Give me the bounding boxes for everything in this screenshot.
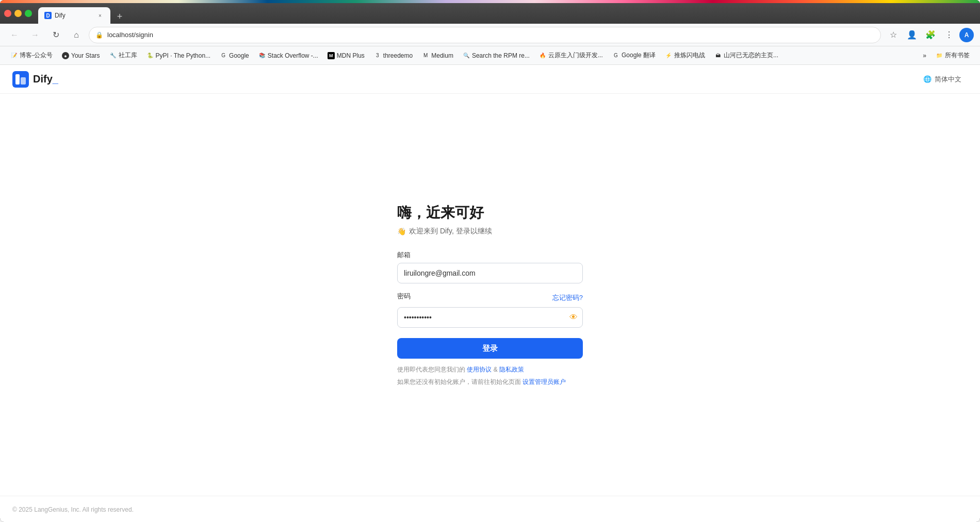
- active-tab[interactable]: D Dify ×: [38, 7, 110, 24]
- setup-text: 如果您还没有初始化账户，请前往初始化页面 设置管理员账户: [397, 377, 583, 386]
- footer-copyright: © 2025 LangGenius, Inc. All rights reser…: [12, 506, 134, 513]
- bookmark-stackoverflow-icon: 📚: [258, 52, 266, 59]
- lock-icon: 🔒: [95, 31, 103, 39]
- bookmark-mdn[interactable]: M MDN Plus: [323, 49, 369, 62]
- bookmark-all[interactable]: 📁 所有书签: [932, 49, 974, 62]
- bookmark-more-icon: »: [923, 52, 926, 59]
- more-button[interactable]: ⋮: [941, 27, 957, 43]
- terms-link[interactable]: 使用协议: [467, 366, 492, 373]
- signin-button[interactable]: 登录: [397, 338, 583, 359]
- password-label-row: 密码 忘记密码?: [397, 292, 583, 304]
- setup-prefix: 如果您还没有初始化账户，请前往初始化页面: [397, 378, 521, 385]
- bookmark-medium[interactable]: M Medium: [418, 49, 458, 62]
- bookmark-icon: ☆: [890, 30, 897, 40]
- bookmark-google-label: Google: [229, 52, 249, 59]
- close-button[interactable]: [4, 10, 11, 17]
- bookmark-blog[interactable]: 📝 博客-公众号: [6, 49, 57, 62]
- bookmark-google-icon: G: [220, 52, 227, 59]
- back-icon: ←: [10, 30, 19, 40]
- bookmark-mountain[interactable]: 🏔 山河已无恋的主页...: [710, 49, 782, 62]
- terms-prefix: 使用即代表您同意我们的: [397, 366, 465, 373]
- password-toggle-button[interactable]: 👁: [569, 313, 578, 322]
- bookmark-google-translate-label: Google 翻译: [622, 51, 656, 60]
- toolbar: ← → ↻ ⌂ 🔒 ☆ 👤 🧩 ⋮: [0, 24, 980, 46]
- bookmark-folder-icon: 📁: [936, 52, 943, 59]
- profile-button[interactable]: A: [959, 28, 974, 42]
- email-label: 邮箱: [397, 250, 583, 260]
- main-content: 嗨，近来可好 👋 欢迎来到 Dify, 登录以继续 邮箱 密码 忘记密码?: [0, 94, 980, 496]
- bookmark-thunder-icon: ⚡: [665, 52, 672, 59]
- home-icon: ⌂: [74, 30, 79, 40]
- bookmark-blog-icon: 📝: [10, 52, 18, 59]
- language-button[interactable]: 🌐 简体中文: [917, 72, 968, 87]
- window-controls: [4, 10, 32, 17]
- bookmark-social-label: 社工库: [119, 51, 137, 60]
- eye-icon: 👁: [569, 313, 578, 322]
- back-button[interactable]: ←: [6, 27, 23, 43]
- svg-text:D: D: [46, 13, 50, 19]
- new-tab-button[interactable]: +: [112, 9, 127, 24]
- bookmark-pypi[interactable]: 🐍 PyPI · The Python...: [142, 49, 215, 62]
- email-input[interactable]: [397, 263, 583, 283]
- wave-emoji: 👋: [397, 227, 406, 235]
- refresh-icon: ↻: [53, 30, 59, 40]
- bookmark-mountain-icon: 🏔: [714, 52, 722, 59]
- bookmark-mountain-label: 山河已无恋的主页...: [724, 51, 778, 60]
- bookmark-google-translate[interactable]: G Google 翻译: [608, 49, 660, 62]
- page-content: Dify_ 🌐 简体中文 嗨，近来可好 👋 欢迎来到 Dify, 登录以继续 邮…: [0, 65, 980, 522]
- password-input[interactable]: [397, 307, 583, 328]
- bookmark-stackoverflow[interactable]: 📚 Stack Overflow -...: [254, 49, 322, 62]
- bookmark-button[interactable]: ☆: [885, 27, 902, 43]
- signin-subtitle: 👋 欢迎来到 Dify, 登录以继续: [397, 227, 583, 236]
- bookmark-rpm-icon: 🔍: [463, 52, 470, 59]
- bookmark-thunder-label: 推炼闪电战: [674, 51, 705, 60]
- bookmark-pypi-label: PyPI · The Python...: [156, 52, 211, 59]
- bookmark-mdn-icon: M: [328, 52, 335, 59]
- bookmark-social[interactable]: 🔧 社工库: [105, 49, 141, 62]
- bookmark-stars[interactable]: ● Your Stars: [58, 49, 104, 62]
- bookmark-three-label: threedemo: [383, 52, 413, 59]
- refresh-button[interactable]: ↻: [47, 27, 64, 43]
- bookmark-google[interactable]: G Google: [216, 49, 253, 62]
- bookmark-more-button[interactable]: »: [919, 49, 930, 62]
- globe-icon: 🌐: [923, 75, 932, 83]
- bookmark-medium-label: Medium: [431, 52, 453, 59]
- forward-icon: →: [31, 30, 39, 40]
- tab-favicon: D: [44, 12, 52, 19]
- forgot-password-link[interactable]: 忘记密码?: [552, 293, 583, 302]
- bookmark-thunder[interactable]: ⚡ 推炼闪电战: [661, 49, 709, 62]
- svg-rect-4: [15, 74, 20, 85]
- bookmark-stars-icon: ●: [62, 52, 69, 59]
- header-right: 🌐 简体中文: [917, 72, 968, 87]
- maximize-button[interactable]: [25, 10, 32, 17]
- app-logo-text: Dify_: [33, 73, 58, 85]
- setup-admin-link[interactable]: 设置管理员账户: [522, 378, 566, 385]
- address-bar-container: 🔒: [89, 27, 881, 43]
- bookmark-three[interactable]: 3 threedemo: [370, 49, 417, 62]
- bookmark-google-translate-icon: G: [612, 52, 619, 59]
- privacy-link[interactable]: 隐私政策: [499, 366, 524, 373]
- account-circle-button[interactable]: 👤: [904, 27, 920, 43]
- account-circle-icon: 👤: [907, 30, 917, 40]
- minimize-button[interactable]: [14, 10, 22, 17]
- forward-button[interactable]: →: [27, 27, 43, 43]
- tab-title: Dify: [55, 12, 93, 19]
- bookmark-blog-label: 博客-公众号: [20, 51, 53, 60]
- app-logo-cursor: _: [53, 73, 58, 85]
- bookmark-stackoverflow-label: Stack Overflow -...: [268, 52, 318, 59]
- title-bar: D Dify × +: [0, 3, 980, 24]
- address-input[interactable]: [107, 31, 874, 39]
- tab-close-button[interactable]: ×: [96, 11, 104, 20]
- bookmark-mdn-label: MDN Plus: [337, 52, 365, 59]
- profile-initial: A: [965, 31, 969, 39]
- app-logo: Dify_: [12, 71, 58, 88]
- home-button[interactable]: ⌂: [68, 27, 85, 43]
- bookmark-rpm[interactable]: 🔍 Search the RPM re...: [459, 49, 534, 62]
- bookmark-rpm-label: Search the RPM re...: [472, 52, 530, 59]
- bookmark-all-label: 所有书签: [945, 51, 970, 60]
- app-header: Dify_ 🌐 简体中文: [0, 65, 980, 94]
- signin-subtitle-text: 欢迎来到 Dify, 登录以继续: [409, 227, 492, 236]
- bookmark-cloud[interactable]: 🔥 云原生入门级开发...: [535, 49, 607, 62]
- password-form-group: 密码 忘记密码? 👁: [397, 292, 583, 328]
- extensions-button[interactable]: 🧩: [922, 27, 939, 43]
